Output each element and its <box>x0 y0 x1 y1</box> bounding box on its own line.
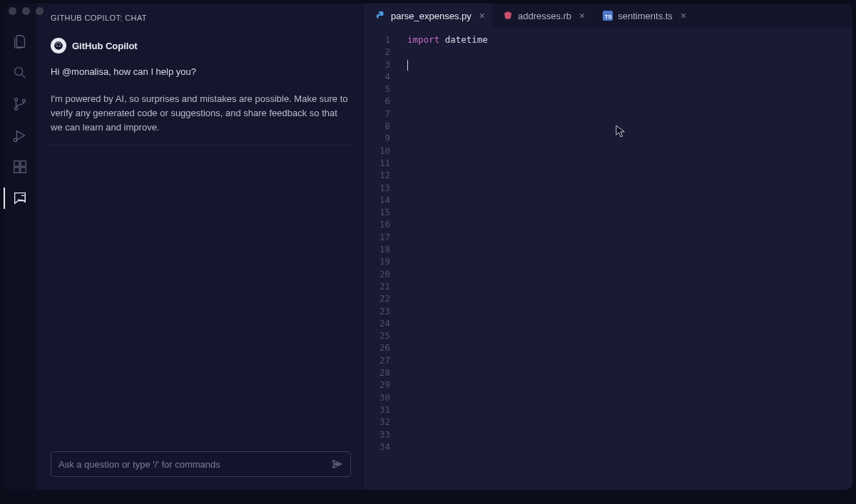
svg-point-0 <box>15 68 23 76</box>
code-line[interactable] <box>400 416 852 428</box>
app-window: GITHUB COPILOT: CHAT GitHub Copilot Hi @… <box>4 4 852 490</box>
code-line[interactable] <box>400 292 852 304</box>
code-area[interactable]: 1234567891011121314151617181920212223242… <box>366 28 852 490</box>
code-line[interactable] <box>400 305 852 317</box>
code-line[interactable] <box>400 206 852 218</box>
debug-icon[interactable] <box>11 126 29 145</box>
tab-label: addresses.rb <box>518 11 571 21</box>
svg-point-10 <box>56 46 58 47</box>
assistant-name: GitHub Copilot <box>72 41 138 51</box>
code-line[interactable] <box>400 46 852 58</box>
tab-addresses-rb[interactable]: addresses.rb× <box>493 4 593 28</box>
code-line[interactable] <box>400 145 852 157</box>
rb-file-icon <box>503 11 513 21</box>
line-number: 9 <box>366 132 390 144</box>
svg-text:TS: TS <box>605 14 612 20</box>
line-number: 33 <box>366 428 390 441</box>
tab-sentiments-ts[interactable]: TSsentiments.ts× <box>593 4 694 28</box>
code-line[interactable] <box>400 428 852 441</box>
code-line[interactable] <box>400 169 852 181</box>
code-line[interactable] <box>400 379 852 391</box>
panel-title: GITHUB COPILOT: CHAT <box>36 4 365 31</box>
activity-bar <box>4 4 36 490</box>
traffic-close[interactable] <box>9 7 16 15</box>
tab-parse_expenses-py[interactable]: parse_expenses.py× <box>366 4 493 28</box>
window-traffic-lights <box>9 7 44 15</box>
close-icon[interactable]: × <box>576 11 585 21</box>
code-line[interactable] <box>400 403 852 416</box>
extensions-icon[interactable] <box>11 158 29 176</box>
code-line[interactable] <box>400 132 852 144</box>
line-number: 20 <box>366 268 390 280</box>
ts-file-icon: TS <box>603 11 613 21</box>
line-number: 4 <box>366 71 390 83</box>
line-number: 29 <box>366 379 390 391</box>
svg-rect-7 <box>14 168 19 173</box>
code-line[interactable] <box>400 182 852 194</box>
line-number: 19 <box>366 255 390 267</box>
line-number: 23 <box>366 305 390 317</box>
code-line[interactable] <box>400 58 852 71</box>
code-line[interactable] <box>400 268 852 280</box>
line-number: 16 <box>366 218 390 230</box>
line-number: 17 <box>366 231 390 243</box>
line-number: 10 <box>366 145 390 157</box>
line-number: 31 <box>366 403 390 416</box>
chat-input-container[interactable] <box>51 451 351 477</box>
traffic-minimize[interactable] <box>22 7 30 15</box>
code-line[interactable] <box>400 218 852 230</box>
code-line[interactable] <box>400 243 852 255</box>
py-file-icon <box>376 11 386 21</box>
svg-point-3 <box>22 99 25 102</box>
line-number: 28 <box>366 366 390 379</box>
code-line[interactable] <box>400 317 852 329</box>
line-number-gutter: 1234567891011121314151617181920212223242… <box>366 34 400 490</box>
line-number: 30 <box>366 391 390 403</box>
greeting-suffix: , how can I help you? <box>108 66 196 77</box>
code-line[interactable] <box>400 341 852 354</box>
chat-icon[interactable] <box>11 189 29 207</box>
code-line[interactable] <box>400 194 852 206</box>
chat-disclaimer: I'm powered by AI, so surprises and mist… <box>51 86 351 145</box>
line-number: 7 <box>366 108 390 120</box>
close-icon[interactable]: × <box>678 11 686 21</box>
chat-message-header: GitHub Copilot <box>51 31 351 58</box>
files-icon[interactable] <box>11 32 29 51</box>
line-number: 15 <box>366 206 390 218</box>
editor-tabs: parse_expenses.py×addresses.rb×TSsentime… <box>366 4 852 28</box>
code-line[interactable] <box>400 255 852 267</box>
code-line[interactable] <box>400 391 852 403</box>
traffic-zoom[interactable] <box>36 7 44 15</box>
line-number: 24 <box>366 317 390 329</box>
search-icon[interactable] <box>11 63 29 82</box>
line-number: 6 <box>366 95 390 107</box>
code-line[interactable] <box>400 329 852 341</box>
code-line[interactable]: import datetime <box>400 34 852 46</box>
svg-point-1 <box>14 98 17 101</box>
code-line[interactable] <box>400 280 852 292</box>
code-line[interactable] <box>400 231 852 243</box>
code-line[interactable] <box>400 120 852 132</box>
git-branch-icon[interactable] <box>11 95 29 113</box>
chat-input[interactable] <box>58 459 332 470</box>
send-button[interactable] <box>332 458 343 470</box>
code-line[interactable] <box>400 366 852 379</box>
code-line[interactable] <box>400 71 852 83</box>
close-icon[interactable]: × <box>477 11 485 21</box>
code-line[interactable] <box>400 354 852 366</box>
code-content[interactable]: import datetime <box>400 34 852 490</box>
text-cursor <box>407 60 408 71</box>
line-number: 14 <box>366 194 390 206</box>
code-line[interactable] <box>400 157 852 169</box>
line-number: 11 <box>366 157 390 169</box>
greeting-mention: @monalisa <box>62 66 108 77</box>
line-number: 22 <box>366 292 390 304</box>
code-line[interactable] <box>400 95 852 107</box>
code-line[interactable] <box>400 108 852 120</box>
tab-label: parse_expenses.py <box>391 11 472 21</box>
code-line[interactable] <box>400 441 852 453</box>
svg-rect-5 <box>14 161 19 166</box>
code-line[interactable] <box>400 83 852 95</box>
line-number: 8 <box>366 120 390 132</box>
chat-greeting: Hi @monalisa, how can I help you? <box>51 65 351 79</box>
